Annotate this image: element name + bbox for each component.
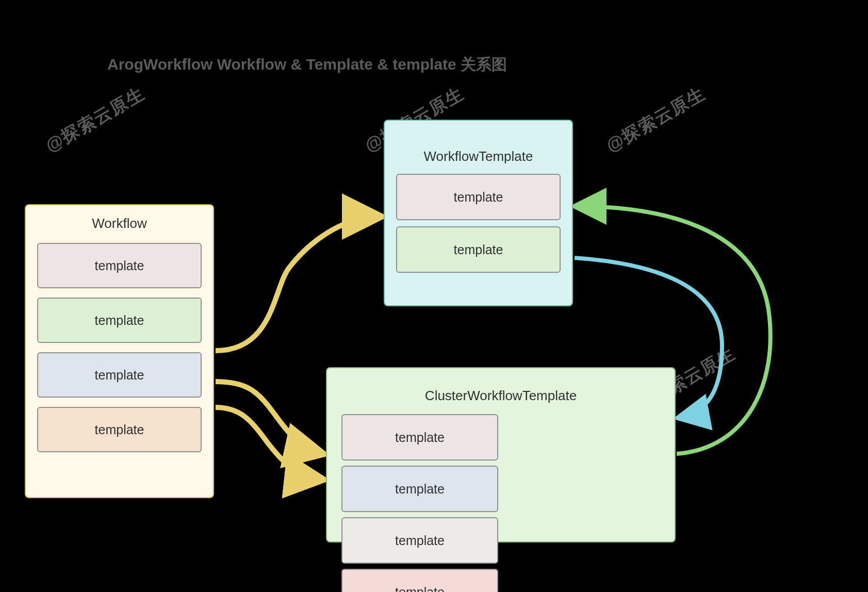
arrow-workflow-to-clusterworkflowtemplate-1 xyxy=(216,382,323,454)
workflow-title: Workflow xyxy=(26,205,213,239)
clusterworkflowtemplate-title: ClusterWorkflowTemplate xyxy=(327,368,675,414)
diagram-title: ArogWorkflow Workflow & Template & templ… xyxy=(107,54,507,75)
watermark: @探索云原生 xyxy=(602,82,710,158)
clusterworkflowtemplate-templates: template template template template xyxy=(327,414,675,592)
workflowtemplate-templates: template template xyxy=(385,174,572,287)
diagram-canvas: ArogWorkflow Workflow & Template & templ… xyxy=(0,0,868,592)
clusterworkflowtemplate-template-item: template xyxy=(341,466,498,512)
arrow-workflow-to-workflowtemplate xyxy=(216,217,381,351)
workflowtemplate-title: WorkflowTemplate xyxy=(385,121,572,174)
clusterworkflowtemplate-template-item: template xyxy=(341,569,498,592)
workflowtemplate-template-item: template xyxy=(396,174,561,220)
arrow-workflow-to-clusterworkflowtemplate-2 xyxy=(216,407,323,480)
workflow-box: Workflow template template template temp… xyxy=(25,204,214,498)
watermark: @探索云原生 xyxy=(41,82,149,158)
workflow-template-item: template xyxy=(37,352,202,398)
workflowtemplate-box: WorkflowTemplate template template xyxy=(384,120,573,306)
workflow-templates: template template template template xyxy=(26,239,213,465)
workflow-template-item: template xyxy=(37,407,202,452)
workflowtemplate-template-item: template xyxy=(396,226,561,273)
clusterworkflowtemplate-box: ClusterWorkflowTemplate template templat… xyxy=(326,367,676,542)
clusterworkflowtemplate-template-item: template xyxy=(341,414,498,461)
workflow-template-item: template xyxy=(37,298,202,343)
clusterworkflowtemplate-template-item: template xyxy=(341,517,498,564)
workflow-template-item: template xyxy=(37,243,202,288)
